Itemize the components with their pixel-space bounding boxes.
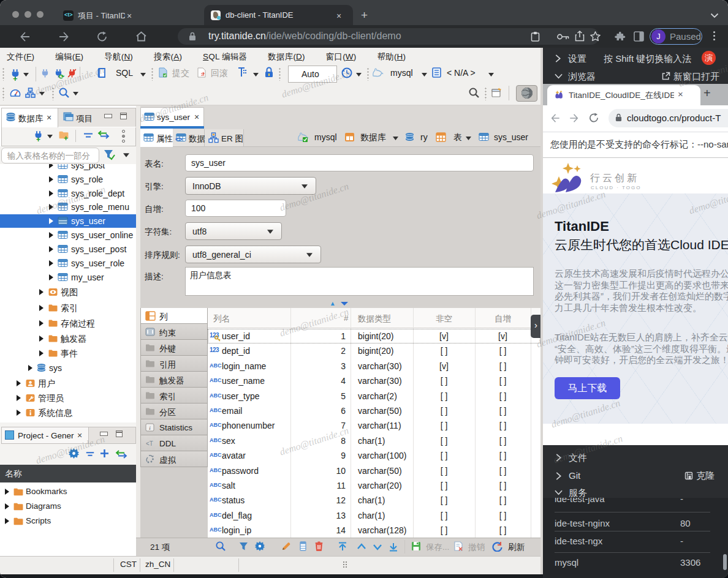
svg-text:<T: <T [146,440,153,447]
